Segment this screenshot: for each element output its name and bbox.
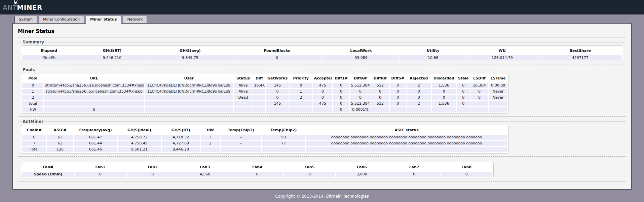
cell: 0: [266, 95, 289, 100]
cell: 2: [290, 95, 312, 100]
cell: 1LChC47kdeDLFJUNDgcrmRRCZi8d9oTouy.s9: [145, 89, 233, 94]
cell: 4,727.89: [162, 141, 200, 146]
cell: 475: [313, 83, 333, 88]
header-cell: Elapsed: [22, 47, 76, 55]
cell: 77: [262, 141, 305, 146]
cell: [44, 101, 144, 106]
header-cell: Utility: [400, 47, 466, 55]
tab-system[interactable]: System: [14, 16, 37, 23]
fans-table: Fan#Fan1Fan2Fan3Fan4Fan5Fan6Fan7Fan8 Spe…: [22, 163, 493, 178]
header-cell: URL: [44, 74, 144, 82]
cell: 3,000: [336, 172, 388, 177]
cell: 9,649.75: [148, 55, 232, 61]
header-cell: WU: [466, 47, 538, 55]
cell: oooooooo oooooooo oooooooo oooooooo oooo…: [306, 135, 507, 140]
cell: 16.4K: [253, 83, 266, 88]
cell: 5,512,384: [350, 101, 371, 106]
cell: [313, 107, 333, 112]
header-cell: GH/S(ideal): [118, 126, 161, 134]
chain-row-7: 763661.444,750.494,727.892-77oooooooo oo…: [22, 141, 507, 146]
cell: 0: [350, 95, 371, 100]
cell: [390, 107, 406, 112]
cell: 661.47: [74, 135, 117, 140]
cell: [262, 147, 305, 152]
tab-bar: System Miner Configuration Miner Status …: [0, 14, 644, 23]
cell: oooooooo oooooooo oooooooo oooooooo oooo…: [306, 141, 507, 146]
cell: 93: [262, 135, 305, 140]
pool-row-total: total14547505,512,384512021,5360: [22, 101, 507, 106]
cell: 0: [333, 83, 349, 88]
pool-row-0: 0stratum+tcp://sha256.usa.nicehash.com:3…: [22, 83, 507, 88]
cell: [371, 107, 389, 112]
cell: 126: [47, 147, 73, 152]
app-header: ANTMINER: [0, 0, 644, 14]
cell: 0: [388, 172, 440, 177]
header-cell: Rejected: [407, 74, 431, 82]
tab-network[interactable]: Network: [123, 16, 147, 23]
cell: Total: [22, 147, 46, 152]
cell: 0: [457, 89, 470, 94]
cell: 0: [333, 89, 349, 94]
page-title: Miner Status: [18, 28, 626, 34]
cell: -: [221, 135, 261, 140]
content-panel: Miner Status Summary ElapsedGH/S(RT)GH/S…: [12, 23, 632, 190]
cell: 2: [407, 101, 431, 106]
cell: HW: [22, 107, 43, 112]
cell: [253, 101, 266, 106]
header-cell: LSTime: [489, 74, 507, 82]
cell: [253, 95, 266, 100]
cell: 145: [266, 83, 289, 88]
tab-miner-configuration[interactable]: Miner Configuration: [39, 16, 84, 23]
fans-header-row: Fan#Fan1Fan2Fan3Fan4Fan5Fan6Fan7Fan8: [22, 163, 492, 171]
cell: Dead: [234, 95, 253, 100]
summary-section: Summary ElapsedGH/S(RT)GH/S(avg)FoundBlo…: [18, 40, 626, 65]
cell: 0: [75, 172, 126, 177]
cell: 0: [470, 95, 488, 100]
header-cell: DiffS#: [390, 74, 406, 82]
copyright-text: Copyright © 2013-2014, Bitmain Technolog…: [275, 194, 369, 199]
header-cell: Status: [234, 74, 253, 82]
chain-row-6: 663661.474,750.724,718.323-93oooooooo oo…: [22, 135, 507, 140]
header-cell: Frequency(avg): [74, 126, 117, 134]
cell: [145, 95, 233, 100]
header-cell: Fan3: [179, 163, 231, 171]
cell: 0: [284, 172, 336, 177]
pools-table-box: PoolURLUserStatusDiffGetWorksPriorityAcc…: [21, 73, 509, 114]
cell: [234, 101, 253, 106]
header-cell: Priority: [290, 74, 312, 82]
cell: Speed (r/min): [22, 172, 74, 177]
cell: stratum+tcp://sha256.usa.nicehash.com:33…: [44, 83, 144, 88]
header-cell: GH/S(RT): [162, 126, 200, 134]
cell: 0: [333, 95, 349, 100]
header-cell: GetWorks: [266, 74, 289, 82]
fans-section: Fan#Fan1Fan2Fan3Fan4Fan5Fan6Fan7Fan8 Spe…: [18, 159, 626, 181]
cell: 512: [371, 83, 389, 88]
cell: 7: [22, 141, 46, 146]
cell: 0: [390, 83, 406, 88]
pool-row-2: 2Dead02000000000Never: [22, 95, 507, 100]
header-cell: ASIC#: [47, 126, 73, 134]
cell: [234, 107, 253, 112]
cell: 0: [407, 89, 431, 94]
cell: 1: [290, 89, 312, 94]
title-divider: [18, 37, 626, 37]
cell: [266, 107, 289, 112]
cell: 0: [22, 83, 43, 88]
cell: 145: [266, 101, 289, 106]
cell: [470, 107, 488, 112]
summary-table: ElapsedGH/S(RT)GH/S(avg)FoundBlocksLocal…: [22, 46, 622, 61]
tab-miner-status[interactable]: Miner Status: [86, 16, 121, 24]
summary-table-box: ElapsedGH/S(RT)GH/S(avg)FoundBlocksLocal…: [21, 45, 623, 62]
cell: 0: [390, 89, 406, 94]
cell: 0: [457, 101, 470, 106]
cell: [407, 107, 431, 112]
cell: 3: [201, 135, 220, 140]
cell: 9,501.21: [118, 147, 161, 152]
summary-header-row: ElapsedGH/S(RT)GH/S(avg)FoundBlocksLocal…: [22, 47, 622, 55]
cell: 0: [333, 101, 349, 106]
cell: 0: [457, 95, 470, 100]
header-cell: Fan4: [231, 163, 283, 171]
cell: 0: [231, 172, 283, 177]
cell: 16,384: [470, 83, 488, 88]
pools-section: Pools PoolURLUserStatusDiffGetWorksPrior…: [18, 67, 626, 117]
